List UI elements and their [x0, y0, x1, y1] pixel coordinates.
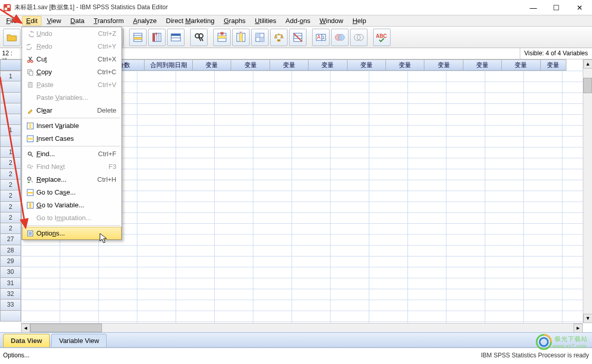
menu-replace[interactable]: Replace...Ctrl+H	[22, 173, 121, 186]
menu-edit[interactable]: Edit	[22, 16, 42, 26]
variables-icon[interactable]	[167, 29, 185, 46]
menu-insert-cases[interactable]: Insert Cases	[22, 132, 121, 145]
menu-copy[interactable]: CopyCtrl+C	[22, 66, 121, 78]
tab-data-view[interactable]: Data View	[3, 334, 50, 347]
minimize-button[interactable]: —	[522, 1, 545, 15]
menu-find-next[interactable]: Find NextF3	[22, 160, 121, 173]
menu-view[interactable]: View	[43, 16, 65, 26]
app-icon	[3, 4, 11, 12]
menu-clear[interactable]: ClearDelete	[22, 104, 121, 117]
menu-utilities[interactable]: Utilities	[251, 16, 280, 26]
row-header[interactable]: 2	[0, 158, 21, 168]
row-header[interactable]: 28	[0, 245, 21, 256]
row-header[interactable]: 31	[0, 278, 21, 289]
menu-analyze[interactable]: Analyze	[129, 16, 161, 26]
row-header[interactable]	[0, 311, 21, 322]
column-header[interactable]: 变量	[231, 59, 270, 71]
row-header[interactable]: 2	[0, 223, 21, 234]
row-header[interactable]: 1	[0, 125, 21, 136]
column-header[interactable]: 变量	[424, 59, 463, 71]
menu-data[interactable]: Data	[66, 16, 88, 26]
show-all-variables-icon[interactable]	[350, 29, 368, 46]
status-bar: Options... IBM SPSS Statistics Processor…	[0, 348, 592, 362]
vertical-scrollbar[interactable]: ▲ ▼	[583, 59, 592, 323]
column-header[interactable]: 合同到期日期	[145, 59, 193, 71]
menu-cut[interactable]: CutCtrl+X	[22, 53, 121, 66]
goto-variable-icon[interactable]	[148, 29, 166, 46]
goto-variable-icon	[25, 202, 35, 209]
row-header[interactable]: 32	[0, 289, 21, 299]
column-header[interactable]: 变量	[502, 59, 540, 71]
insert-cases-icon[interactable]: ✱	[213, 29, 231, 46]
weight-cases-icon[interactable]	[270, 29, 288, 46]
horizontal-scrollbar[interactable]: ◄ ►	[21, 323, 583, 332]
svg-text:✱: ✱	[239, 32, 243, 34]
open-icon[interactable]	[3, 29, 21, 46]
row-header[interactable]: 1	[0, 71, 21, 81]
svg-rect-12	[153, 33, 155, 41]
menu-options[interactable]: Options...	[22, 227, 121, 240]
column-header[interactable]: 变量	[309, 59, 347, 71]
menu-transform[interactable]: Transform	[90, 16, 128, 26]
row-header[interactable]: 29	[0, 256, 21, 267]
value-labels-icon[interactable]: A1	[312, 29, 330, 46]
row-header[interactable]	[0, 81, 21, 92]
menu-help[interactable]: Help	[349, 16, 371, 26]
column-header[interactable]: 变量	[386, 59, 424, 71]
use-variable-sets-icon[interactable]	[331, 29, 349, 46]
spellcheck-icon[interactable]: ABC	[373, 29, 391, 46]
scroll-left-icon[interactable]: ◄	[21, 324, 30, 333]
row-header[interactable]: 30	[0, 267, 21, 277]
menu-goto-case[interactable]: Go to Case...	[22, 186, 121, 199]
menu-graphs[interactable]: Graphs	[219, 16, 250, 26]
find-icon[interactable]	[190, 29, 208, 46]
tab-variable-view[interactable]: Variable View	[51, 334, 107, 347]
scroll-thumb[interactable]	[583, 78, 592, 93]
row-header[interactable]: 2	[0, 190, 21, 201]
row-header[interactable]: 2	[0, 202, 21, 212]
menu-undo[interactable]: UndoCtrl+Z	[22, 27, 121, 40]
row-header[interactable]: 33	[0, 299, 21, 310]
row-header[interactable]	[0, 103, 21, 114]
scroll-thumb[interactable]	[30, 324, 102, 332]
svg-point-33	[338, 34, 344, 40]
row-header[interactable]: 1	[0, 147, 21, 158]
row-header[interactable]: 27	[0, 234, 21, 245]
row-header[interactable]: 2	[0, 169, 21, 180]
menu-paste[interactable]: PasteCtrl+V	[22, 78, 121, 91]
paste-icon	[25, 81, 35, 89]
menu-redo[interactable]: RedoCtrl+Y	[22, 40, 121, 53]
column-header[interactable]: 变量	[463, 59, 502, 71]
maximize-button[interactable]: ☐	[545, 1, 568, 15]
column-header[interactable]: 变量	[270, 59, 309, 71]
menu-paste-variables[interactable]: Paste Variables...	[22, 91, 121, 104]
row-header[interactable]	[0, 93, 21, 103]
find-next-icon	[25, 163, 35, 170]
column-header[interactable]: 变量	[193, 59, 231, 71]
scroll-up-icon[interactable]: ▲	[583, 59, 592, 69]
svg-text:1: 1	[322, 35, 324, 40]
close-button[interactable]: ✕	[568, 1, 591, 15]
split-file-icon[interactable]	[251, 29, 269, 46]
select-cases-icon[interactable]	[289, 29, 307, 46]
menu-file[interactable]: File	[2, 16, 21, 26]
svg-rect-10	[134, 37, 142, 39]
status-left: Options...	[3, 352, 481, 359]
menu-find[interactable]: Find...Ctrl+F	[22, 147, 121, 160]
row-header[interactable]	[0, 114, 21, 125]
row-header[interactable]: 2	[0, 212, 21, 223]
menu-direct-marketing[interactable]: Direct Marketing	[162, 16, 219, 26]
menu-goto-imputation[interactable]: Go to Imputation...	[22, 211, 121, 224]
column-header[interactable]: 变量	[348, 59, 386, 71]
menu-window[interactable]: Window	[315, 16, 347, 26]
menu-goto-variable[interactable]: Go to Variable...	[22, 199, 121, 211]
menu-addons[interactable]: Add-ons	[281, 16, 314, 26]
goto-case-icon[interactable]	[129, 29, 147, 46]
column-header[interactable]: 变量	[541, 59, 566, 71]
row-header[interactable]	[0, 136, 21, 147]
insert-variable-icon[interactable]: ✱	[232, 29, 250, 46]
menu-insert-variable[interactable]: Insert Variable	[22, 119, 121, 132]
row-header[interactable]: 2	[0, 180, 21, 190]
scroll-right-icon[interactable]: ►	[574, 324, 583, 333]
scroll-down-icon[interactable]: ▼	[583, 314, 592, 323]
